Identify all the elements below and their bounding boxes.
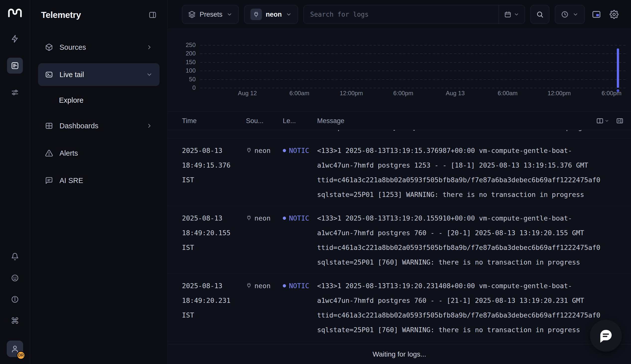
rail-item-logs[interactable] bbox=[7, 58, 23, 74]
chevron-down-icon bbox=[514, 12, 519, 17]
gear-icon bbox=[609, 10, 618, 19]
rail-item-flash[interactable] bbox=[7, 31, 23, 47]
avatar-badge: DR bbox=[17, 351, 25, 360]
expand-panel-icon bbox=[616, 117, 623, 124]
columns-config-button[interactable] bbox=[596, 117, 609, 124]
gridline bbox=[200, 70, 626, 71]
waiting-for-logs-text: Waiting for logs... bbox=[373, 350, 426, 358]
level-dot-icon bbox=[283, 216, 286, 220]
chat-bubble-icon bbox=[598, 328, 613, 343]
expand-table-button[interactable] bbox=[616, 117, 623, 124]
sidebar-collapse-button[interactable] bbox=[149, 11, 157, 19]
x-tick: 12:00pm bbox=[340, 90, 363, 97]
calendar-dropdown[interactable] bbox=[499, 5, 525, 24]
toolbar: Presets neon bbox=[168, 0, 631, 29]
log-time: 2025-08-1318:49:20.155IST bbox=[182, 211, 246, 270]
message-square-icon bbox=[45, 176, 53, 184]
layers-icon bbox=[188, 11, 196, 18]
brand-logo-icon bbox=[8, 7, 22, 18]
log-row[interactable]: 2025-08-1318:49:20.155IST neon NOTIC <13… bbox=[168, 206, 631, 274]
x-tick: Aug 13 bbox=[446, 90, 465, 97]
log-level-badge: NOTIC bbox=[283, 143, 317, 202]
calendar-icon bbox=[504, 11, 511, 18]
gridline bbox=[200, 45, 626, 46]
chevron-down-icon bbox=[286, 12, 292, 18]
rail-item-notifications[interactable] bbox=[8, 250, 22, 264]
sidebar-item-label: Sources bbox=[60, 43, 86, 52]
search-button[interactable] bbox=[530, 5, 549, 24]
sidebar-item-dashboards[interactable]: Dashboards bbox=[38, 114, 160, 137]
level-dot-icon bbox=[283, 149, 286, 152]
log-row-partial[interactable]: sqlstate=25P01 [1253] WARNING: there is … bbox=[168, 130, 631, 138]
log-level-badge: NOTIC bbox=[283, 278, 317, 337]
sidebar-item-label: Explore bbox=[59, 96, 83, 104]
gridline bbox=[200, 79, 626, 80]
table-footer: Waiting for logs... bbox=[168, 344, 631, 364]
settings-button[interactable] bbox=[608, 5, 620, 24]
x-tick: 6:00am bbox=[289, 90, 309, 97]
time-range-button[interactable] bbox=[555, 5, 585, 24]
log-row[interactable]: 2025-08-1318:49:15.376IST neon NOTIC <13… bbox=[168, 138, 631, 206]
sidebar-item-sources[interactable]: Sources bbox=[38, 36, 160, 59]
live-tail-icon bbox=[45, 70, 53, 78]
sidebar: Telemetry Sources Live tail Explore Dash… bbox=[30, 0, 168, 364]
y-tick: 250 bbox=[186, 42, 196, 48]
y-tick: 50 bbox=[189, 76, 196, 83]
sidebar-item-alerts[interactable]: Alerts bbox=[38, 142, 160, 164]
column-header-time[interactable]: Time bbox=[182, 117, 246, 125]
chevron-down-icon bbox=[146, 71, 153, 78]
log-time: 2025-08-1318:49:15.376IST bbox=[182, 143, 246, 202]
log-source: neon bbox=[246, 278, 283, 337]
y-axis-labels: 250 200 150 100 50 0 bbox=[168, 45, 196, 88]
log-table-header: Time Sou... Le... Message bbox=[168, 112, 631, 130]
column-header-level[interactable]: Le... bbox=[283, 117, 317, 125]
user-avatar[interactable]: DR bbox=[7, 341, 23, 357]
y-tick: 0 bbox=[192, 84, 196, 91]
rail-item-shortcuts[interactable]: ⌘ bbox=[8, 314, 22, 328]
column-header-message[interactable]: Message bbox=[317, 117, 596, 125]
log-source: neon bbox=[246, 143, 283, 202]
chat-fab-button[interactable] bbox=[590, 320, 622, 352]
plug-icon bbox=[246, 282, 252, 288]
y-tick: 100 bbox=[186, 67, 196, 74]
rail-item-metrics[interactable] bbox=[7, 84, 23, 100]
x-tick: 6:00pm bbox=[602, 90, 621, 97]
column-header-source[interactable]: Sou... bbox=[246, 117, 283, 125]
log-search-bar bbox=[303, 5, 525, 24]
search-input[interactable] bbox=[304, 5, 499, 24]
gridline bbox=[200, 54, 626, 54]
chevron-down-icon bbox=[226, 12, 232, 18]
sidebar-item-explore[interactable]: Explore bbox=[38, 90, 160, 110]
rail-item-feedback[interactable] bbox=[8, 271, 22, 285]
log-time: 2025-08-1318:49:20.231IST bbox=[182, 278, 246, 337]
chart-bar bbox=[617, 48, 619, 88]
plug-icon bbox=[246, 147, 252, 153]
log-source: neon bbox=[246, 211, 283, 270]
source-name: neon bbox=[266, 11, 282, 18]
source-picker[interactable]: neon bbox=[244, 5, 298, 24]
x-tick: Aug 12 bbox=[238, 90, 257, 97]
chevron-down-icon bbox=[605, 118, 609, 123]
save-view-button[interactable] bbox=[590, 5, 603, 24]
log-rows: sqlstate=25P01 [1253] WARNING: there is … bbox=[168, 130, 631, 344]
plug-icon bbox=[250, 9, 262, 20]
log-message-partial: sqlstate=25P01 [1253] WARNING: there is … bbox=[331, 130, 598, 131]
presets-button[interactable]: Presets bbox=[182, 5, 239, 24]
chart-plot-area[interactable] bbox=[200, 45, 626, 88]
search-icon bbox=[536, 11, 544, 18]
icon-rail: ⌘ DR bbox=[0, 0, 30, 364]
sidebar-item-ai-sre[interactable]: AI SRE bbox=[38, 169, 160, 192]
sidebar-nav: Sources Live tail Explore Dashboards Ale… bbox=[38, 36, 160, 192]
alert-triangle-icon bbox=[45, 149, 53, 157]
logs-histogram: 250 200 150 100 50 0 Aug 12 6:00am 1 bbox=[168, 29, 631, 112]
log-row[interactable]: 2025-08-1318:49:20.231IST neon NOTIC <13… bbox=[168, 274, 631, 341]
x-tick: 6:00pm bbox=[393, 90, 413, 97]
clock-icon bbox=[561, 11, 568, 18]
rail-item-help[interactable] bbox=[8, 292, 22, 306]
page-title: Telemetry bbox=[41, 10, 81, 20]
x-tick: 12:00pm bbox=[548, 90, 571, 97]
layout-grid-icon bbox=[45, 122, 53, 130]
y-tick: 200 bbox=[186, 50, 196, 57]
sidebar-item-live-tail[interactable]: Live tail bbox=[38, 63, 160, 86]
log-message: <133>1 2025-08-13T13:19:20.155910+00:00 … bbox=[317, 211, 631, 270]
